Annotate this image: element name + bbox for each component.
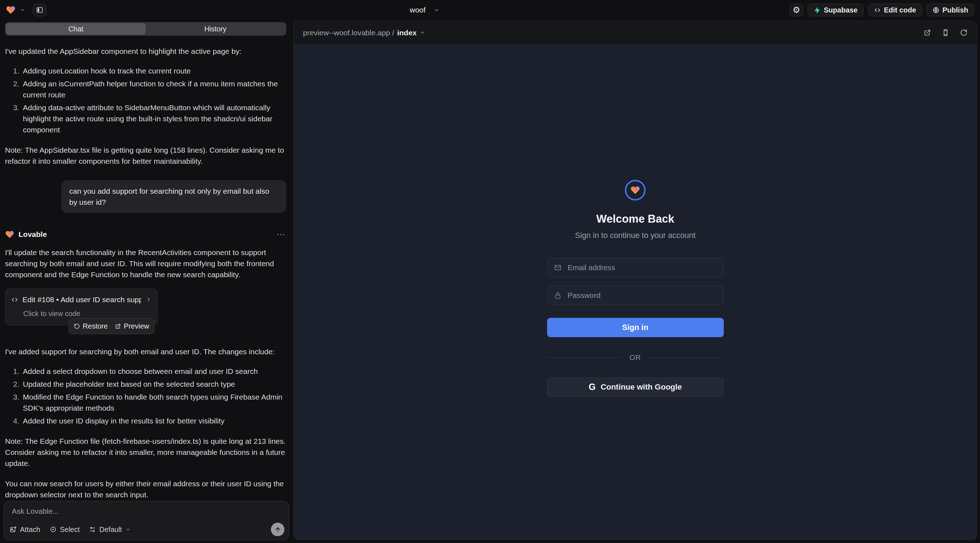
external-link-icon <box>924 29 931 37</box>
refresh-icon <box>960 29 967 37</box>
mobile-view-button[interactable] <box>942 29 949 37</box>
assistant-message-text: I've updated the AppSidebar component to… <box>5 46 286 57</box>
chat-messages: I've updated the AppSidebar component to… <box>5 40 286 500</box>
logo-menu-chevron-down-icon[interactable] <box>20 8 25 13</box>
assistant-list: Adding useLocation hook to track the cur… <box>5 65 286 135</box>
settings-button[interactable]: ⚙ <box>789 3 804 16</box>
refresh-button[interactable] <box>960 29 967 37</box>
assistant-name: Lovable <box>19 229 47 240</box>
chat-input[interactable] <box>11 506 282 522</box>
email-input[interactable] <box>567 263 717 272</box>
edit-card-actions: Restore Preview <box>68 318 154 334</box>
user-message-bubble: can you add support for searching not on… <box>61 180 286 213</box>
attach-label: Attach <box>20 526 40 534</box>
list-item: Adding data-active attribute to SidebarM… <box>21 102 286 135</box>
mode-dropdown[interactable]: Default <box>89 526 130 534</box>
app-logo <box>625 180 646 200</box>
chevron-down-icon <box>125 527 130 532</box>
login-title: Welcome Back <box>597 213 674 225</box>
url-chevron-down-icon <box>420 30 425 35</box>
supabase-label: Supabase <box>824 6 857 14</box>
login-card: Welcome Back Sign in to continue to your… <box>547 180 724 397</box>
mail-icon <box>554 264 562 272</box>
or-label: OR <box>630 354 641 362</box>
chevron-right-icon <box>146 297 152 303</box>
preview-url-bar: preview--woof.lovable.app / index <box>294 21 977 44</box>
restore-label: Restore <box>83 321 108 332</box>
lovable-heart-icon <box>5 230 14 239</box>
assistant-header: Lovable ⋯ <box>5 229 286 240</box>
more-menu-icon[interactable]: ⋯ <box>277 229 286 240</box>
select-label: Select <box>60 526 80 534</box>
password-field[interactable] <box>547 286 724 305</box>
list-item: Adding useLocation hook to track the cur… <box>21 65 286 76</box>
topbar-actions: ⚙ Supabase Edit code Publish <box>789 3 974 16</box>
assistant-message-text: You can now search for users by either t… <box>5 478 286 500</box>
lock-icon <box>554 292 562 299</box>
lovable-logo-heart-icon[interactable] <box>6 5 16 14</box>
top-bar: woof ⚙ Supabase Edit code Publish <box>0 0 980 20</box>
chat-panel: Chat History I've updated the AppSidebar… <box>0 20 291 543</box>
globe-icon <box>932 7 939 14</box>
tab-chat[interactable]: Chat <box>6 23 146 35</box>
preview-url[interactable]: preview--woof.lovable.app / index <box>303 29 425 37</box>
composer-toolbar: Attach Select Default <box>10 523 285 536</box>
or-divider: OR <box>547 354 724 362</box>
sliders-icon <box>89 526 96 533</box>
open-in-new-tab-button[interactable] <box>924 29 931 37</box>
user-message-row: can you add support for searching not on… <box>5 180 286 213</box>
list-item: Modified the Edge Function to handle bot… <box>21 391 286 413</box>
select-button[interactable]: Select <box>49 526 80 534</box>
preview-page: index <box>397 29 417 37</box>
list-item: Added a select dropdown to choose betwee… <box>21 366 286 377</box>
toggle-sidebar-button[interactable] <box>33 3 46 16</box>
login-subtitle: Sign in to continue to your account <box>575 231 695 240</box>
divider-line <box>547 357 623 358</box>
password-input[interactable] <box>567 291 717 300</box>
sign-in-button[interactable]: Sign in <box>547 318 724 337</box>
list-item: Adding an isCurrentPath helper function … <box>21 78 286 100</box>
preview-label: Preview <box>124 321 149 332</box>
assistant-list: Added a select dropdown to choose betwee… <box>5 366 286 426</box>
smartphone-icon <box>942 29 949 37</box>
image-plus-icon <box>10 526 17 533</box>
preview-iframe: Welcome Back Sign in to continue to your… <box>294 45 977 540</box>
app-heart-icon <box>630 186 640 195</box>
attach-button[interactable]: Attach <box>10 526 40 534</box>
publish-label: Publish <box>943 6 968 14</box>
publish-button[interactable]: Publish <box>926 3 974 16</box>
send-button[interactable] <box>271 523 285 536</box>
list-item: Updated the placeholder text based on th… <box>21 378 286 390</box>
edit-code-label: Edit code <box>884 6 916 14</box>
email-field[interactable] <box>547 258 724 277</box>
supabase-bolt-icon <box>814 7 821 14</box>
chat-composer[interactable]: Attach Select Default <box>3 501 289 540</box>
restore-button[interactable]: Restore <box>74 321 108 332</box>
restore-icon <box>74 323 80 329</box>
project-switcher[interactable]: woof <box>410 0 439 20</box>
preview-domain: preview--woof.lovable.app / <box>303 29 395 37</box>
google-label: Continue with Google <box>601 383 682 392</box>
tab-history[interactable]: History <box>146 23 285 35</box>
supabase-button[interactable]: Supabase <box>808 3 863 16</box>
google-g-icon: G <box>589 382 596 392</box>
edit-code-button[interactable]: Edit code <box>868 3 922 16</box>
project-chevron-down-icon <box>434 8 439 13</box>
panel-left-icon <box>36 6 43 14</box>
preview-toolbar <box>924 29 967 37</box>
divider-line <box>648 357 724 358</box>
preview-panel: preview--woof.lovable.app / index <box>293 21 977 540</box>
chat-history-tabs: Chat History <box>5 22 286 36</box>
google-sign-in-button[interactable]: G Continue with Google <box>547 378 724 397</box>
preview-button[interactable]: Preview <box>115 321 149 332</box>
arrow-up-icon <box>274 526 281 533</box>
assistant-message-text: I've added support for searching by both… <box>5 346 286 357</box>
edit-card-subtitle: Click to view code <box>23 308 152 319</box>
assistant-note: Note: The Edge Function file (fetch-fire… <box>5 436 286 469</box>
edit-card[interactable]: Edit #108 • Add user ID search supp... C… <box>5 289 158 325</box>
code-brackets-icon <box>874 7 881 14</box>
assistant-note: Note: The AppSidebar.tsx file is getting… <box>5 144 286 167</box>
target-icon <box>49 526 57 533</box>
mode-label: Default <box>99 526 122 534</box>
external-link-icon <box>115 323 121 329</box>
